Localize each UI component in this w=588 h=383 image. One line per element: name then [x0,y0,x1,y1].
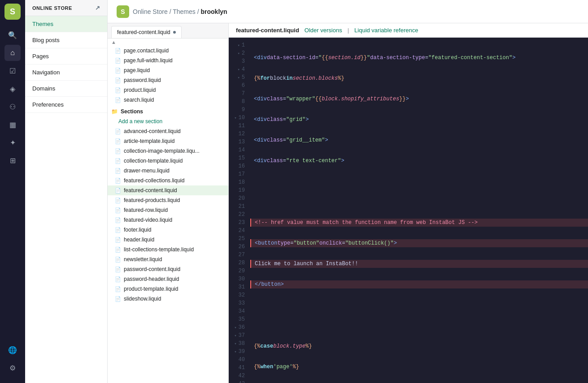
file-item-password-header[interactable]: 📄 password-header.liquid [108,274,228,284]
ln-13: 13 [229,138,250,146]
code-line-3: <div class="wrapper" {{ block.shopify_at… [250,95,588,103]
products-icon[interactable]: ◈ [4,81,21,97]
sidebar-item-themes[interactable]: Themes [25,16,107,32]
ln-5: ▾5 [229,73,250,82]
file-item-featured-video[interactable]: 📄 featured-video.liquid [108,215,228,225]
code-line-1: <div data-section-id="{{ section.id }}" … [250,54,588,62]
file-tree-scroll: ▲ 📄 page.contact.liquid 📄 page.full-widt… [108,39,228,379]
sidebar-item-blog-posts[interactable]: Blog posts [25,32,107,48]
file-item-page-full-width[interactable]: 📄 page.full-width.liquid [108,56,228,65]
code-line-6: <div class="rte text-center"> [250,157,588,165]
file-icon: 📄 [115,148,121,154]
globe-icon[interactable]: 🌐 [4,342,21,358]
breadcrumb-themes[interactable]: Themes [173,8,196,15]
file-item-footer[interactable]: 📄 footer.liquid [108,225,228,235]
file-item-search[interactable]: 📄 search.liquid [108,95,228,105]
add-section-link[interactable]: Add a new section [108,116,228,126]
file-icon: 📄 [115,97,121,103]
file-icon: 📄 [115,68,121,73]
left-nav-header: ONLINE STORE ↗ [25,0,107,16]
ln-36: ▾36 [229,323,250,331]
ln-27: 27 [229,251,250,259]
file-icon: 📄 [115,58,121,64]
file-item-featured-row[interactable]: 📄 featured-row.liquid [108,205,228,215]
file-item-featured-collections[interactable]: 📄 featured-collections.liquid [108,176,228,185]
file-icon: 📄 [115,198,121,203]
ln-26: 26 [229,243,250,251]
code-line-14 [250,322,588,330]
file-item-password-content[interactable]: 📄 password-content.liquid [108,264,228,274]
breadcrumb: Online Store / Themes / brooklyn [133,8,227,15]
code-content[interactable]: ▾1 ▾2 3 ▾4 ▾5 6 7 8 9 ▾10 11 12 13 14 15… [229,38,588,383]
file-item-drawer-menu[interactable]: 📄 drawer-menu.liquid [108,166,228,176]
sidebar-item-domains[interactable]: Domains [25,81,107,97]
ln-8: 8 [229,98,250,106]
file-item-advanced-content[interactable]: 📄 advanced-content.liquid [108,126,228,136]
liquid-ref-link[interactable]: Liquid variable reference [354,27,418,34]
tab-bar: featured-content.liquid [108,23,228,39]
ln-14: 14 [229,146,250,154]
ln-11: 11 [229,122,250,130]
file-icon: 📄 [115,217,121,223]
marketing-icon[interactable]: ✦ [4,134,21,151]
ln-38: ▾38 [229,340,250,348]
file-icon: 📄 [115,286,121,292]
sidebar-item-preferences[interactable]: Preferences [25,97,107,113]
file-item-password[interactable]: 📄 password.liquid [108,75,228,85]
code-lines[interactable]: <div data-section-id="{{ section.id }}" … [250,38,588,383]
file-item-header[interactable]: 📄 header.liquid [108,235,228,245]
ln-33: 33 [229,299,250,307]
ln-9: 9 [229,106,250,114]
ln-12: 12 [229,130,250,138]
editor-area: featured-content.liquid ▲ 📄 page.contact… [108,23,588,383]
older-versions-link[interactable]: Older versions [305,27,342,34]
file-icon: 📄 [115,129,121,134]
file-item-featured-products[interactable]: 📄 featured-products.liquid [108,195,228,205]
file-item-list-collections[interactable]: 📄 list-collections-template.liquid [108,245,228,254]
external-link-icon[interactable]: ↗ [95,4,100,11]
sidebar-item-navigation[interactable]: Navigation [25,65,107,81]
tab-featured-content[interactable]: featured-content.liquid [111,26,182,38]
file-item-page-contact[interactable]: 📄 page.contact.liquid [108,46,228,56]
search-icon[interactable]: 🔍 [4,27,21,43]
breadcrumb-online-store[interactable]: Online Store [133,8,168,15]
code-line-16: {% when 'page' %} [250,363,588,371]
file-icon: 📄 [115,138,121,144]
icon-sidebar: S 🔍 ⌂ ☑ ◈ ⚇ ▦ ✦ ⊞ 🌐 ⚙ [0,0,25,383]
file-item-product-template[interactable]: 📄 product-template.liquid [108,284,228,294]
file-icon: 📄 [115,257,121,263]
file-item-collection-image[interactable]: 📄 collection-image-template.liqu... [108,146,228,156]
file-item-featured-content[interactable]: 📄 featured-content.liquid [108,185,228,195]
file-icon: 📄 [115,188,121,194]
customers-icon[interactable]: ⚇ [4,99,21,115]
tab-modified-dot [173,31,176,34]
file-item-slideshow[interactable]: 📄 slideshow.liquid [108,294,228,304]
file-icon: 📄 [115,168,121,174]
file-item-newsletter[interactable]: 📄 newsletter.liquid [108,254,228,264]
apps-icon[interactable]: ⊞ [4,152,21,168]
ln-32: 32 [229,291,250,299]
ln-3: 3 [229,57,250,65]
ln-43: 43 [229,380,250,383]
ln-34: 34 [229,307,250,315]
file-item-scroll-indicator[interactable]: ▲ [108,39,228,46]
ln-21: 21 [229,202,250,211]
sections-header: 📁 Sections [108,105,228,116]
analytics-icon[interactable]: ▦ [4,116,21,133]
ln-35: 35 [229,315,250,323]
ln-1: ▾1 [229,41,250,49]
main-content: S Online Store / Themes / brooklyn featu… [108,0,588,383]
file-item-page[interactable]: 📄 page.liquid [108,65,228,75]
file-icon: 📄 [115,48,121,54]
file-item-article-template[interactable]: 📄 article-template.liquid [108,136,228,146]
home-icon[interactable]: ⌂ [4,45,21,61]
ln-24: 24 [229,227,250,235]
orders-icon[interactable]: ☑ [4,63,21,79]
file-item-product[interactable]: 📄 product.liquid [108,85,228,95]
breadcrumb-sep2: / [197,8,201,15]
shopify-logo[interactable]: S [4,4,21,20]
settings-icon[interactable]: ⚙ [4,360,21,376]
file-item-collection-template[interactable]: 📄 collection-template.liquid [108,156,228,166]
bottom-nav-icons: 🌐 ⚙ [4,342,21,376]
sidebar-item-pages[interactable]: Pages [25,48,107,65]
